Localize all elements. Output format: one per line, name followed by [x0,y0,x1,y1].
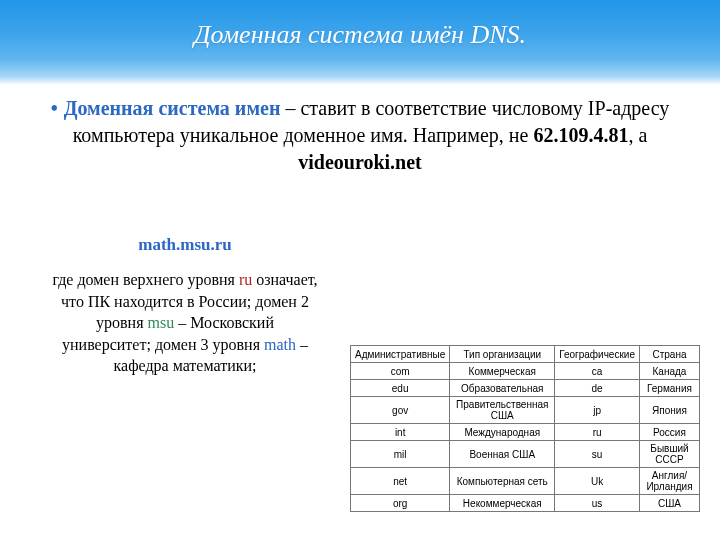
table-cell: gov [351,397,450,424]
table-row: milВоенная СШАsuБывший СССР [351,441,700,468]
table-cell: ca [555,363,640,380]
example-domain: math.msu.ru [50,235,320,255]
table-header: Тип организации [450,346,555,363]
slide-title: Доменная система имён DNS. [0,20,720,50]
table-row: comКоммерческаяcaКанада [351,363,700,380]
bullet-icon: • [51,97,58,119]
table-cell: Военная США [450,441,555,468]
table-cell: ru [555,424,640,441]
intro-term: Доменная система имен [64,97,281,119]
table-cell: Коммерческая [450,363,555,380]
intro-text-2: , а [628,124,647,146]
example-block: math.msu.ru где домен верхнего уровня ru… [50,235,320,377]
table-cell: Компьютерная сеть [450,468,555,495]
table-cell: mil [351,441,450,468]
table-row: netКомпьютерная сетьUkАнглия/Ирландия [351,468,700,495]
table-cell: Бывший СССР [639,441,699,468]
intro-ip: 62.109.4.81 [533,124,628,146]
domains-table-wrap: Административные Тип организации Географ… [350,345,700,512]
slide-header: Доменная система имён DNS. [0,0,720,85]
table-header: Административные [351,346,450,363]
table-cell: Правительственная США [450,397,555,424]
table-cell: Англия/Ирландия [639,468,699,495]
table-body: comКоммерческаяcaКанадаeduОбразовательна… [351,363,700,512]
table-cell: Германия [639,380,699,397]
table-cell: net [351,468,450,495]
table-cell: США [639,495,699,512]
table-cell: us [555,495,640,512]
table-cell: Россия [639,424,699,441]
table-cell: de [555,380,640,397]
intro-paragraph: •Доменная система имен – ставит в соотве… [50,95,670,176]
table-header: Географические [555,346,640,363]
table-cell: su [555,441,640,468]
table-cell: Канада [639,363,699,380]
domains-table: Административные Тип организации Географ… [350,345,700,512]
table-header-row: Административные Тип организации Географ… [351,346,700,363]
table-header: Страна [639,346,699,363]
table-cell: Образовательная [450,380,555,397]
table-cell: Некоммерческая [450,495,555,512]
table-cell: org [351,495,450,512]
table-cell: Международная [450,424,555,441]
table-row: govПравительственная СШАjpЯпония [351,397,700,424]
example-ru: ru [239,271,252,288]
table-row: intМеждународнаяruРоссия [351,424,700,441]
example-text-a: где домен верхнего уровня [52,271,239,288]
example-msu: msu [148,314,175,331]
table-cell: com [351,363,450,380]
table-cell: Uk [555,468,640,495]
example-description: где домен верхнего уровня ru означает, ч… [50,269,320,377]
intro-domain: videouroki.net [298,151,422,173]
table-row: eduОбразовательнаяdeГермания [351,380,700,397]
table-cell: Япония [639,397,699,424]
example-math: math [264,336,296,353]
table-cell: int [351,424,450,441]
table-cell: jp [555,397,640,424]
table-row: orgНекоммерческаяusСША [351,495,700,512]
table-cell: edu [351,380,450,397]
